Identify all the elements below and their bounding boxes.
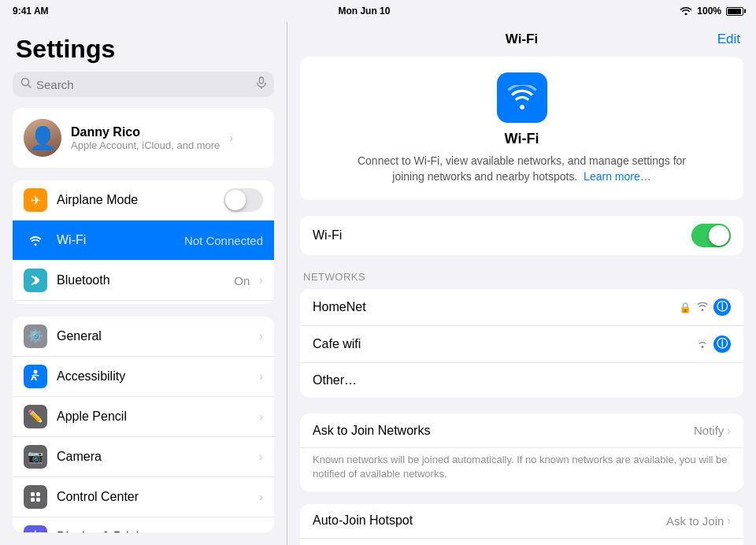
- wifi-toggle-switch[interactable]: [691, 224, 731, 247]
- battery-pct: 100%: [697, 6, 721, 17]
- network-row-cafe-wifi[interactable]: Cafe wifi ⓘ: [300, 326, 743, 363]
- sidebar-item-airplane[interactable]: ✈ Airplane Mode: [13, 180, 274, 221]
- svg-rect-11: [36, 498, 40, 502]
- lock-icon: 🔒: [679, 302, 691, 313]
- svg-rect-10: [31, 498, 35, 502]
- status-bar: 9:41 AM Mon Jun 10 100%: [0, 0, 756, 22]
- auto-join-label: Auto-Join Hotspot: [313, 513, 666, 528]
- profile-subtitle: Apple Account, iCloud, and more: [71, 139, 220, 151]
- wifi-card-title: Wi-Fi: [505, 131, 539, 147]
- sidebar-item-wifi[interactable]: Wi-Fi Not Connected: [13, 221, 274, 261]
- general-icon: ⚙️: [24, 324, 47, 348]
- search-bar[interactable]: [13, 72, 274, 97]
- auto-join-row[interactable]: Auto-Join Hotspot Ask to Join ›: [300, 504, 743, 539]
- sidebar-label-general: General: [57, 329, 250, 343]
- mic-icon: [257, 76, 266, 92]
- sidebar-item-control-center[interactable]: Control Center ›: [13, 477, 274, 517]
- settings-group-system: ⚙️ General › Accessibility › ✏️ Apple Pe…: [13, 317, 274, 532]
- wifi-signal-full-icon: [696, 301, 709, 313]
- svg-point-7: [34, 369, 38, 373]
- wifi-info-card: Wi-Fi Connect to Wi-Fi, view available n…: [300, 57, 743, 200]
- wifi-settings-icon: [24, 228, 47, 252]
- info-button-cafe-wifi[interactable]: ⓘ: [713, 336, 731, 353]
- network-icons-cafe-wifi: ⓘ: [696, 336, 731, 353]
- control-center-icon: [24, 485, 47, 509]
- display-brightness-chevron-icon: ›: [259, 531, 263, 532]
- search-icon: [20, 77, 32, 91]
- app-container: Settings: [0, 22, 756, 545]
- wifi-icon: [680, 6, 692, 17]
- content-header: Wi-Fi Edit: [287, 22, 756, 57]
- network-row-other[interactable]: Other…: [300, 363, 743, 398]
- svg-rect-8: [31, 492, 35, 496]
- edit-button[interactable]: Edit: [717, 32, 740, 47]
- bluetooth-icon: [24, 269, 47, 292]
- network-name-cafe-wifi: Cafe wifi: [313, 337, 690, 351]
- ask-join-label: Ask to Join Networks: [313, 424, 694, 438]
- network-name-homenet: HomeNet: [313, 300, 673, 314]
- sidebar-item-general[interactable]: ⚙️ General ›: [13, 317, 274, 357]
- display-brightness-icon: [24, 525, 47, 532]
- accessibility-chevron-icon: ›: [259, 370, 263, 383]
- ask-join-card: Ask to Join Networks Notify › Known netw…: [300, 413, 743, 491]
- profile-name: Danny Rico: [71, 125, 220, 139]
- airplane-mode-icon: ✈: [24, 188, 47, 212]
- sidebar-label-display-brightness: Display & Brightness: [57, 530, 250, 532]
- auto-join-card: Auto-Join Hotspot Ask to Join › Allow th…: [300, 504, 743, 545]
- battery-status-icon: [726, 7, 743, 16]
- camera-icon: 📷: [24, 445, 47, 469]
- wifi-toggle-card: Wi-Fi: [300, 216, 743, 255]
- wifi-description: Connect to Wi-Fi, view available network…: [357, 154, 687, 184]
- profile-chevron-icon: ›: [229, 132, 233, 144]
- accessibility-icon: [24, 365, 47, 388]
- camera-chevron-icon: ›: [259, 450, 263, 463]
- control-center-chevron-icon: ›: [259, 491, 263, 503]
- networks-section-label: NETWORKS: [300, 271, 743, 283]
- sidebar-item-apple-pencil[interactable]: ✏️ Apple Pencil ›: [13, 397, 274, 437]
- learn-more-link[interactable]: Learn more…: [584, 170, 651, 183]
- sidebar-item-camera[interactable]: 📷 Camera ›: [13, 437, 274, 477]
- search-input[interactable]: [36, 78, 252, 91]
- sidebar-item-battery[interactable]: Battery ›: [13, 301, 274, 304]
- sidebar: Settings: [0, 22, 287, 545]
- settings-group-connectivity: ✈ Airplane Mode Wi-Fi Not Connected: [13, 180, 274, 304]
- status-time: 9:41 AM: [13, 6, 49, 17]
- ask-join-value: Notify: [694, 424, 724, 437]
- auto-join-description: Allow this device to automatically disco…: [300, 539, 743, 545]
- sidebar-bluetooth-value: On: [234, 274, 250, 287]
- svg-line-1: [28, 85, 32, 88]
- sidebar-item-bluetooth[interactable]: Bluetooth On ›: [13, 261, 274, 301]
- sidebar-label-airplane: Airplane Mode: [57, 193, 214, 207]
- sidebar-label-wifi: Wi-Fi: [57, 233, 175, 247]
- apple-pencil-icon: ✏️: [24, 405, 47, 428]
- svg-rect-9: [36, 492, 40, 496]
- profile-card[interactable]: Danny Rico Apple Account, iCloud, and mo…: [13, 108, 274, 168]
- wifi-toggle-label: Wi-Fi: [313, 228, 691, 243]
- info-button-homenet[interactable]: ⓘ: [713, 298, 731, 316]
- sidebar-label-control-center: Control Center: [57, 490, 250, 504]
- ask-join-row[interactable]: Ask to Join Networks Notify ›: [300, 413, 743, 448]
- network-name-other: Other…: [313, 373, 731, 387]
- network-icons-homenet: 🔒 ⓘ: [679, 298, 731, 316]
- wifi-large-icon: [506, 85, 538, 110]
- networks-card: HomeNet 🔒 ⓘ Cafe w: [300, 289, 743, 398]
- sidebar-label-accessibility: Accessibility: [57, 369, 250, 384]
- network-row-homenet[interactable]: HomeNet 🔒 ⓘ: [300, 289, 743, 326]
- sidebar-item-display-brightness[interactable]: Display & Brightness ›: [13, 517, 274, 532]
- sidebar-label-apple-pencil: Apple Pencil: [57, 410, 250, 424]
- status-date: Mon Jun 10: [338, 6, 390, 17]
- bluetooth-chevron-icon: ›: [259, 274, 263, 287]
- wifi-signal-medium-icon: [696, 338, 709, 350]
- svg-rect-2: [260, 77, 264, 83]
- wifi-toggle-row: Wi-Fi: [300, 216, 743, 255]
- general-chevron-icon: ›: [259, 330, 263, 343]
- auto-join-value: Ask to Join: [666, 514, 724, 528]
- sidebar-title: Settings: [0, 22, 287, 72]
- wifi-large-icon-container: [497, 72, 547, 123]
- sidebar-item-accessibility[interactable]: Accessibility ›: [13, 357, 274, 397]
- airplane-mode-toggle[interactable]: [224, 188, 263, 212]
- ask-join-description: Known networks will be joined automatica…: [300, 448, 743, 491]
- sidebar-label-bluetooth: Bluetooth: [57, 273, 224, 287]
- profile-info: Danny Rico Apple Account, iCloud, and mo…: [71, 125, 220, 151]
- sidebar-label-camera: Camera: [57, 450, 250, 464]
